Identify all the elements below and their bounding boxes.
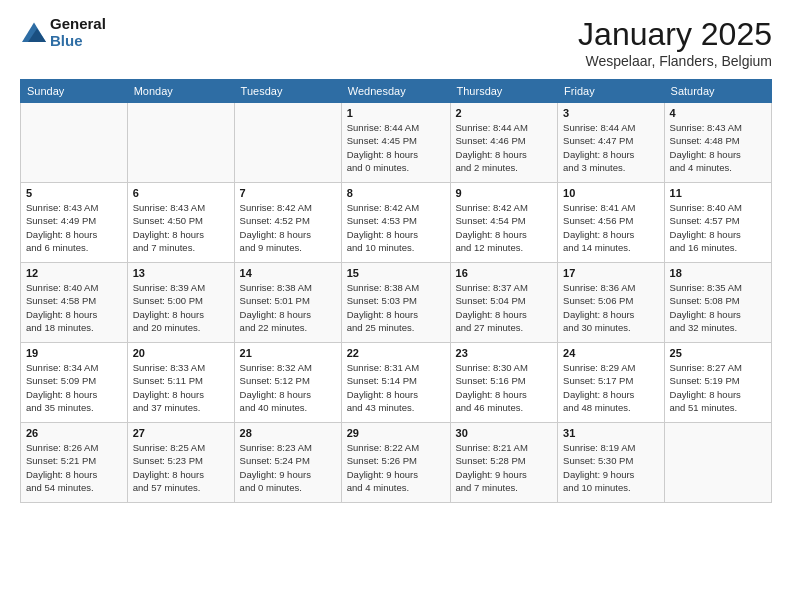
day-number: 31: [563, 427, 658, 439]
weekday-header-sunday: Sunday: [21, 80, 128, 103]
calendar-cell: 5Sunrise: 8:43 AMSunset: 4:49 PMDaylight…: [21, 183, 128, 263]
day-number: 21: [240, 347, 336, 359]
cell-sun-info: Sunrise: 8:23 AMSunset: 5:24 PMDaylight:…: [240, 441, 336, 494]
day-number: 9: [456, 187, 553, 199]
weekday-header-saturday: Saturday: [664, 80, 771, 103]
calendar-cell: 3Sunrise: 8:44 AMSunset: 4:47 PMDaylight…: [558, 103, 664, 183]
cell-sun-info: Sunrise: 8:27 AMSunset: 5:19 PMDaylight:…: [670, 361, 766, 414]
calendar-cell: 2Sunrise: 8:44 AMSunset: 4:46 PMDaylight…: [450, 103, 558, 183]
cell-sun-info: Sunrise: 8:43 AMSunset: 4:49 PMDaylight:…: [26, 201, 122, 254]
day-number: 4: [670, 107, 766, 119]
cell-sun-info: Sunrise: 8:44 AMSunset: 4:46 PMDaylight:…: [456, 121, 553, 174]
cell-sun-info: Sunrise: 8:21 AMSunset: 5:28 PMDaylight:…: [456, 441, 553, 494]
calendar-cell: 30Sunrise: 8:21 AMSunset: 5:28 PMDayligh…: [450, 423, 558, 503]
calendar-cell: 7Sunrise: 8:42 AMSunset: 4:52 PMDaylight…: [234, 183, 341, 263]
calendar-cell: [234, 103, 341, 183]
day-number: 16: [456, 267, 553, 279]
cell-sun-info: Sunrise: 8:40 AMSunset: 4:57 PMDaylight:…: [670, 201, 766, 254]
cell-sun-info: Sunrise: 8:42 AMSunset: 4:52 PMDaylight:…: [240, 201, 336, 254]
calendar-cell: 10Sunrise: 8:41 AMSunset: 4:56 PMDayligh…: [558, 183, 664, 263]
calendar-cell: 18Sunrise: 8:35 AMSunset: 5:08 PMDayligh…: [664, 263, 771, 343]
calendar-cell: 12Sunrise: 8:40 AMSunset: 4:58 PMDayligh…: [21, 263, 128, 343]
day-number: 26: [26, 427, 122, 439]
cell-sun-info: Sunrise: 8:43 AMSunset: 4:48 PMDaylight:…: [670, 121, 766, 174]
cell-sun-info: Sunrise: 8:36 AMSunset: 5:06 PMDaylight:…: [563, 281, 658, 334]
logo-text-line1: General: [50, 16, 106, 33]
cell-sun-info: Sunrise: 8:43 AMSunset: 4:50 PMDaylight:…: [133, 201, 229, 254]
cell-sun-info: Sunrise: 8:44 AMSunset: 4:47 PMDaylight:…: [563, 121, 658, 174]
weekday-header-wednesday: Wednesday: [341, 80, 450, 103]
day-number: 27: [133, 427, 229, 439]
calendar-cell: 28Sunrise: 8:23 AMSunset: 5:24 PMDayligh…: [234, 423, 341, 503]
day-number: 11: [670, 187, 766, 199]
calendar-cell: 15Sunrise: 8:38 AMSunset: 5:03 PMDayligh…: [341, 263, 450, 343]
day-number: 25: [670, 347, 766, 359]
day-number: 20: [133, 347, 229, 359]
cell-sun-info: Sunrise: 8:42 AMSunset: 4:54 PMDaylight:…: [456, 201, 553, 254]
day-number: 12: [26, 267, 122, 279]
calendar-cell: [664, 423, 771, 503]
calendar-cell: 21Sunrise: 8:32 AMSunset: 5:12 PMDayligh…: [234, 343, 341, 423]
cell-sun-info: Sunrise: 8:41 AMSunset: 4:56 PMDaylight:…: [563, 201, 658, 254]
calendar-cell: 19Sunrise: 8:34 AMSunset: 5:09 PMDayligh…: [21, 343, 128, 423]
day-number: 5: [26, 187, 122, 199]
weekday-header-row: SundayMondayTuesdayWednesdayThursdayFrid…: [21, 80, 772, 103]
title-block: January 2025 Wespelaar, Flanders, Belgiu…: [578, 16, 772, 69]
calendar-cell: 23Sunrise: 8:30 AMSunset: 5:16 PMDayligh…: [450, 343, 558, 423]
day-number: 10: [563, 187, 658, 199]
day-number: 28: [240, 427, 336, 439]
day-number: 18: [670, 267, 766, 279]
calendar-cell: 9Sunrise: 8:42 AMSunset: 4:54 PMDaylight…: [450, 183, 558, 263]
weekday-header-monday: Monday: [127, 80, 234, 103]
day-number: 19: [26, 347, 122, 359]
calendar-cell: [127, 103, 234, 183]
day-number: 22: [347, 347, 445, 359]
logo: General Blue: [20, 16, 106, 49]
calendar-cell: 11Sunrise: 8:40 AMSunset: 4:57 PMDayligh…: [664, 183, 771, 263]
cell-sun-info: Sunrise: 8:19 AMSunset: 5:30 PMDaylight:…: [563, 441, 658, 494]
day-number: 2: [456, 107, 553, 119]
calendar-cell: 16Sunrise: 8:37 AMSunset: 5:04 PMDayligh…: [450, 263, 558, 343]
cell-sun-info: Sunrise: 8:29 AMSunset: 5:17 PMDaylight:…: [563, 361, 658, 414]
calendar-week-3: 12Sunrise: 8:40 AMSunset: 4:58 PMDayligh…: [21, 263, 772, 343]
calendar-cell: 27Sunrise: 8:25 AMSunset: 5:23 PMDayligh…: [127, 423, 234, 503]
cell-sun-info: Sunrise: 8:26 AMSunset: 5:21 PMDaylight:…: [26, 441, 122, 494]
calendar-cell: 17Sunrise: 8:36 AMSunset: 5:06 PMDayligh…: [558, 263, 664, 343]
cell-sun-info: Sunrise: 8:22 AMSunset: 5:26 PMDaylight:…: [347, 441, 445, 494]
day-number: 8: [347, 187, 445, 199]
calendar-cell: 4Sunrise: 8:43 AMSunset: 4:48 PMDaylight…: [664, 103, 771, 183]
weekday-header-friday: Friday: [558, 80, 664, 103]
calendar-cell: 13Sunrise: 8:39 AMSunset: 5:00 PMDayligh…: [127, 263, 234, 343]
cell-sun-info: Sunrise: 8:40 AMSunset: 4:58 PMDaylight:…: [26, 281, 122, 334]
cell-sun-info: Sunrise: 8:32 AMSunset: 5:12 PMDaylight:…: [240, 361, 336, 414]
calendar-cell: 31Sunrise: 8:19 AMSunset: 5:30 PMDayligh…: [558, 423, 664, 503]
calendar-cell: 20Sunrise: 8:33 AMSunset: 5:11 PMDayligh…: [127, 343, 234, 423]
cell-sun-info: Sunrise: 8:30 AMSunset: 5:16 PMDaylight:…: [456, 361, 553, 414]
cell-sun-info: Sunrise: 8:37 AMSunset: 5:04 PMDaylight:…: [456, 281, 553, 334]
calendar-cell: 14Sunrise: 8:38 AMSunset: 5:01 PMDayligh…: [234, 263, 341, 343]
day-number: 6: [133, 187, 229, 199]
calendar-week-5: 26Sunrise: 8:26 AMSunset: 5:21 PMDayligh…: [21, 423, 772, 503]
cell-sun-info: Sunrise: 8:35 AMSunset: 5:08 PMDaylight:…: [670, 281, 766, 334]
logo-icon: [20, 21, 48, 45]
calendar-cell: 26Sunrise: 8:26 AMSunset: 5:21 PMDayligh…: [21, 423, 128, 503]
cell-sun-info: Sunrise: 8:39 AMSunset: 5:00 PMDaylight:…: [133, 281, 229, 334]
logo-text-line2: Blue: [50, 33, 106, 50]
month-title: January 2025: [578, 16, 772, 53]
day-number: 7: [240, 187, 336, 199]
day-number: 15: [347, 267, 445, 279]
day-number: 14: [240, 267, 336, 279]
day-number: 29: [347, 427, 445, 439]
cell-sun-info: Sunrise: 8:34 AMSunset: 5:09 PMDaylight:…: [26, 361, 122, 414]
cell-sun-info: Sunrise: 8:38 AMSunset: 5:03 PMDaylight:…: [347, 281, 445, 334]
day-number: 24: [563, 347, 658, 359]
day-number: 17: [563, 267, 658, 279]
weekday-header-tuesday: Tuesday: [234, 80, 341, 103]
day-number: 1: [347, 107, 445, 119]
calendar-cell: [21, 103, 128, 183]
calendar-cell: 1Sunrise: 8:44 AMSunset: 4:45 PMDaylight…: [341, 103, 450, 183]
calendar-cell: 25Sunrise: 8:27 AMSunset: 5:19 PMDayligh…: [664, 343, 771, 423]
header: General Blue January 2025 Wespelaar, Fla…: [20, 16, 772, 69]
calendar-cell: 22Sunrise: 8:31 AMSunset: 5:14 PMDayligh…: [341, 343, 450, 423]
calendar-cell: 8Sunrise: 8:42 AMSunset: 4:53 PMDaylight…: [341, 183, 450, 263]
